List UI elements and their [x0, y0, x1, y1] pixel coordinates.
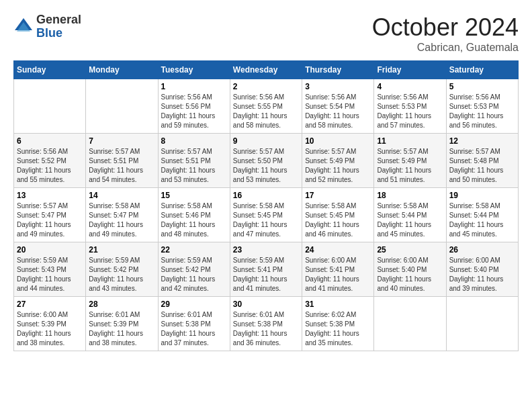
day-info: Sunrise: 6:00 AM Sunset: 5:40 PM Dayligh…: [449, 256, 515, 293]
calendar-cell: 8Sunrise: 5:57 AM Sunset: 5:51 PM Daylig…: [158, 134, 230, 188]
calendar-table: SundayMondayTuesdayWednesdayThursdayFrid…: [13, 60, 519, 351]
calendar-cell: 2Sunrise: 5:56 AM Sunset: 5:55 PM Daylig…: [230, 79, 302, 134]
calendar-cell: 18Sunrise: 5:58 AM Sunset: 5:44 PM Dayli…: [374, 188, 446, 242]
day-info: Sunrise: 5:56 AM Sunset: 5:56 PM Dayligh…: [161, 93, 227, 130]
day-info: Sunrise: 5:59 AM Sunset: 5:42 PM Dayligh…: [161, 256, 227, 293]
calendar-week-1: 1Sunrise: 5:56 AM Sunset: 5:56 PM Daylig…: [14, 79, 519, 134]
calendar-cell: 23Sunrise: 5:59 AM Sunset: 5:41 PM Dayli…: [230, 242, 302, 297]
weekday-header-monday: Monday: [86, 61, 158, 79]
weekday-header-tuesday: Tuesday: [158, 61, 230, 79]
weekday-header-saturday: Saturday: [446, 61, 518, 79]
location: Cabrican, Guatemala: [372, 42, 519, 54]
calendar-cell: 7Sunrise: 5:57 AM Sunset: 5:51 PM Daylig…: [86, 134, 158, 188]
day-number: 23: [233, 245, 299, 255]
day-number: 22: [161, 245, 227, 255]
calendar-cell: [374, 297, 446, 351]
calendar-week-5: 27Sunrise: 6:00 AM Sunset: 5:39 PM Dayli…: [14, 297, 519, 351]
day-number: 8: [161, 136, 227, 146]
day-info: Sunrise: 5:59 AM Sunset: 5:41 PM Dayligh…: [233, 256, 299, 293]
calendar-cell: 12Sunrise: 5:57 AM Sunset: 5:48 PM Dayli…: [446, 134, 518, 188]
calendar-cell: 3Sunrise: 5:56 AM Sunset: 5:54 PM Daylig…: [302, 79, 374, 134]
calendar-cell: 16Sunrise: 5:58 AM Sunset: 5:45 PM Dayli…: [230, 188, 302, 242]
day-number: 28: [89, 300, 154, 309]
day-number: 20: [17, 245, 83, 255]
weekday-header-friday: Friday: [374, 61, 446, 79]
day-info: Sunrise: 6:02 AM Sunset: 5:38 PM Dayligh…: [305, 310, 371, 348]
day-number: 18: [377, 191, 443, 200]
calendar-cell: 6Sunrise: 5:56 AM Sunset: 5:52 PM Daylig…: [14, 134, 86, 188]
day-info: Sunrise: 5:56 AM Sunset: 5:53 PM Dayligh…: [449, 93, 515, 130]
day-info: Sunrise: 6:00 AM Sunset: 5:39 PM Dayligh…: [17, 310, 83, 348]
day-info: Sunrise: 5:57 AM Sunset: 5:51 PM Dayligh…: [89, 147, 154, 185]
day-number: 1: [161, 82, 227, 91]
day-info: Sunrise: 5:58 AM Sunset: 5:47 PM Dayligh…: [89, 201, 154, 239]
day-info: Sunrise: 5:57 AM Sunset: 5:48 PM Dayligh…: [449, 147, 515, 185]
day-info: Sunrise: 6:01 AM Sunset: 5:38 PM Dayligh…: [161, 310, 227, 348]
calendar-cell: 17Sunrise: 5:58 AM Sunset: 5:45 PM Dayli…: [302, 188, 374, 242]
calendar-cell: 22Sunrise: 5:59 AM Sunset: 5:42 PM Dayli…: [158, 242, 230, 297]
day-info: Sunrise: 5:58 AM Sunset: 5:45 PM Dayligh…: [305, 201, 371, 239]
day-number: 31: [305, 300, 371, 309]
calendar-cell: 10Sunrise: 5:57 AM Sunset: 5:49 PM Dayli…: [302, 134, 374, 188]
day-number: 9: [233, 136, 299, 146]
day-info: Sunrise: 5:56 AM Sunset: 5:55 PM Dayligh…: [233, 93, 299, 130]
weekday-header-wednesday: Wednesday: [230, 61, 302, 79]
calendar-cell: 21Sunrise: 5:59 AM Sunset: 5:42 PM Dayli…: [86, 242, 158, 297]
calendar-cell: 27Sunrise: 6:00 AM Sunset: 5:39 PM Dayli…: [14, 297, 86, 351]
logo-blue: Blue: [36, 27, 81, 40]
day-number: 27: [17, 300, 83, 309]
calendar-cell: 13Sunrise: 5:57 AM Sunset: 5:47 PM Dayli…: [14, 188, 86, 242]
calendar-cell: 30Sunrise: 6:01 AM Sunset: 5:38 PM Dayli…: [230, 297, 302, 351]
calendar-cell: 1Sunrise: 5:56 AM Sunset: 5:56 PM Daylig…: [158, 79, 230, 134]
day-info: Sunrise: 5:57 AM Sunset: 5:47 PM Dayligh…: [17, 201, 83, 239]
day-info: Sunrise: 6:00 AM Sunset: 5:41 PM Dayligh…: [305, 256, 371, 293]
day-number: 26: [449, 245, 515, 255]
day-info: Sunrise: 5:59 AM Sunset: 5:42 PM Dayligh…: [89, 256, 154, 293]
day-info: Sunrise: 5:58 AM Sunset: 5:46 PM Dayligh…: [161, 201, 227, 239]
logo-text: General Blue: [36, 13, 81, 40]
day-info: Sunrise: 6:01 AM Sunset: 5:39 PM Dayligh…: [89, 310, 154, 348]
logo-general: General: [36, 13, 81, 27]
weekday-header-sunday: Sunday: [14, 61, 86, 79]
day-info: Sunrise: 5:56 AM Sunset: 5:53 PM Dayligh…: [377, 93, 443, 130]
day-info: Sunrise: 5:57 AM Sunset: 5:49 PM Dayligh…: [377, 147, 443, 185]
calendar-cell: 14Sunrise: 5:58 AM Sunset: 5:47 PM Dayli…: [86, 188, 158, 242]
day-number: 24: [305, 245, 371, 255]
day-info: Sunrise: 5:58 AM Sunset: 5:44 PM Dayligh…: [377, 201, 443, 239]
day-number: 15: [161, 191, 227, 200]
calendar-cell: 28Sunrise: 6:01 AM Sunset: 5:39 PM Dayli…: [86, 297, 158, 351]
day-number: 3: [305, 82, 371, 91]
day-number: 12: [449, 136, 515, 146]
logo-icon: [13, 17, 34, 37]
calendar-cell: [446, 297, 518, 351]
day-info: Sunrise: 6:01 AM Sunset: 5:38 PM Dayligh…: [233, 310, 299, 348]
day-info: Sunrise: 6:00 AM Sunset: 5:40 PM Dayligh…: [377, 256, 443, 293]
calendar-cell: 15Sunrise: 5:58 AM Sunset: 5:46 PM Dayli…: [158, 188, 230, 242]
calendar-cell: 11Sunrise: 5:57 AM Sunset: 5:49 PM Dayli…: [374, 134, 446, 188]
day-info: Sunrise: 5:59 AM Sunset: 5:43 PM Dayligh…: [17, 256, 83, 293]
day-number: 14: [89, 191, 154, 200]
day-number: 5: [449, 82, 515, 91]
calendar-cell: 25Sunrise: 6:00 AM Sunset: 5:40 PM Dayli…: [374, 242, 446, 297]
calendar-cell: 4Sunrise: 5:56 AM Sunset: 5:53 PM Daylig…: [374, 79, 446, 134]
calendar-cell: 9Sunrise: 5:57 AM Sunset: 5:50 PM Daylig…: [230, 134, 302, 188]
day-number: 10: [305, 136, 371, 146]
day-number: 21: [89, 245, 154, 255]
day-info: Sunrise: 5:57 AM Sunset: 5:50 PM Dayligh…: [233, 147, 299, 185]
month-title: October 2024: [372, 13, 519, 42]
day-info: Sunrise: 5:57 AM Sunset: 5:51 PM Dayligh…: [161, 147, 227, 185]
day-info: Sunrise: 5:58 AM Sunset: 5:45 PM Dayligh…: [233, 201, 299, 239]
title-block: October 2024 Cabrican, Guatemala: [372, 13, 519, 54]
day-number: 6: [17, 136, 83, 146]
day-number: 17: [305, 191, 371, 200]
calendar-cell: 5Sunrise: 5:56 AM Sunset: 5:53 PM Daylig…: [446, 79, 518, 134]
calendar-cell: [86, 79, 158, 134]
calendar-cell: 24Sunrise: 6:00 AM Sunset: 5:41 PM Dayli…: [302, 242, 374, 297]
day-info: Sunrise: 5:56 AM Sunset: 5:54 PM Dayligh…: [305, 93, 371, 130]
day-info: Sunrise: 5:56 AM Sunset: 5:52 PM Dayligh…: [17, 147, 83, 185]
calendar-cell: 31Sunrise: 6:02 AM Sunset: 5:38 PM Dayli…: [302, 297, 374, 351]
day-number: 11: [377, 136, 443, 146]
logo: General Blue: [13, 13, 81, 40]
calendar-cell: [14, 79, 86, 134]
calendar-cell: 29Sunrise: 6:01 AM Sunset: 5:38 PM Dayli…: [158, 297, 230, 351]
